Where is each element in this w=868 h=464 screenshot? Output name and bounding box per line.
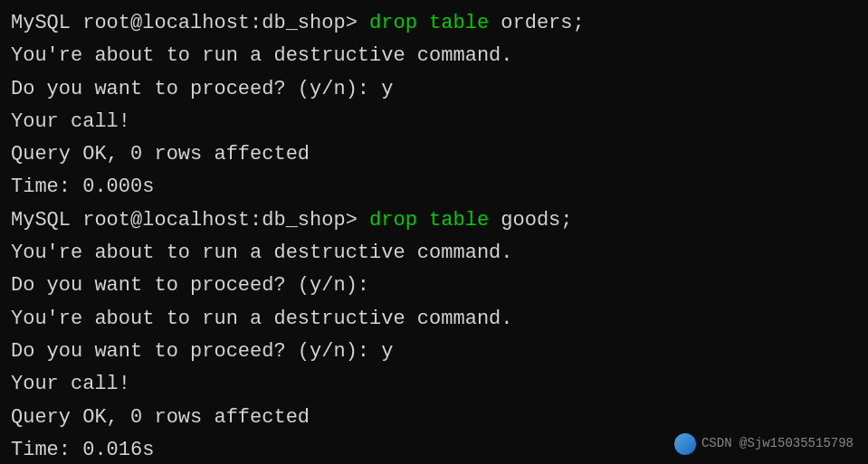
watermark-icon xyxy=(674,433,696,455)
terminal-text: orders; xyxy=(489,12,585,34)
terminal-line: Time: 0.000s xyxy=(11,171,857,204)
terminal-line: Do you want to proceed? (y/n): xyxy=(11,270,857,302)
terminal-text: Do you want to proceed? (y/n): y xyxy=(11,78,393,100)
terminal-text: Query OK, 0 rows affected xyxy=(11,406,310,429)
terminal-line: You're about to run a destructive comman… xyxy=(11,237,857,270)
terminal-line: Your call! xyxy=(11,106,857,138)
terminal-text: Time: 0.000s xyxy=(11,175,154,198)
watermark-text: CSDN @Sjw15035515798 xyxy=(701,433,854,454)
terminal-text: Do you want to proceed? (y/n): xyxy=(11,274,369,297)
terminal-text: Your call! xyxy=(11,373,130,395)
terminal-text: MySQL root@localhost:db_shop> xyxy=(11,209,369,232)
terminal-text: You're about to run a destructive comman… xyxy=(11,241,513,264)
terminal-line: MySQL root@localhost:db_shop> drop table… xyxy=(11,204,857,237)
terminal-text: Query OK, 0 rows affected xyxy=(11,143,310,166)
terminal-line: Your call! xyxy=(11,368,857,401)
terminal-text: Your call! xyxy=(11,110,130,133)
terminal-text: MySQL root@localhost:db_shop> xyxy=(11,12,369,34)
terminal-line: Do you want to proceed? (y/n): y xyxy=(11,336,857,368)
terminal-line: Query OK, 0 rows affected xyxy=(11,138,857,171)
terminal-line: MySQL root@localhost:db_shop> drop table… xyxy=(11,7,857,40)
terminal-text: goods; xyxy=(489,209,572,232)
terminal-line: Do you want to proceed? (y/n): y xyxy=(11,73,857,106)
terminal-container: MySQL root@localhost:db_shop> drop table… xyxy=(11,7,857,464)
terminal-text: drop table xyxy=(369,209,489,232)
terminal-line: Query OK, 0 rows affected xyxy=(11,402,857,434)
terminal-text: Do you want to proceed? (y/n): y xyxy=(11,340,393,363)
terminal-text: Time: 0.016s xyxy=(11,439,154,461)
watermark: CSDN @Sjw15035515798 xyxy=(674,433,854,455)
terminal-line: You're about to run a destructive comman… xyxy=(11,40,857,72)
terminal-text: You're about to run a destructive comman… xyxy=(11,44,513,67)
terminal-text: drop table xyxy=(369,12,489,34)
terminal-line: You're about to run a destructive comman… xyxy=(11,303,857,336)
terminal-text: You're about to run a destructive comman… xyxy=(11,308,513,330)
